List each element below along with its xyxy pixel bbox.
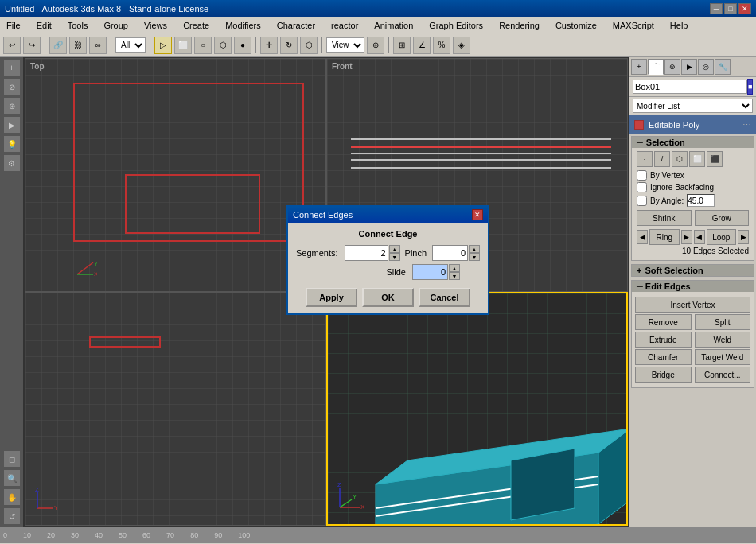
hierarchy-category[interactable]: ⊛ bbox=[664, 59, 680, 75]
utilities-category[interactable]: 🔧 bbox=[715, 59, 731, 75]
connect-button[interactable]: Connect... bbox=[695, 367, 751, 383]
border-mode[interactable]: ⬡ bbox=[672, 151, 688, 167]
menu-maxscript[interactable]: MAXScript bbox=[610, 21, 657, 30]
menu-reactor[interactable]: reactor bbox=[328, 21, 361, 30]
extrude-button[interactable]: Extrude bbox=[635, 332, 692, 348]
by-vertex-check[interactable] bbox=[637, 170, 647, 181]
utilities-tool[interactable]: ⚙ bbox=[3, 154, 21, 172]
weld-button[interactable]: Weld bbox=[695, 332, 751, 348]
segments-up[interactable]: ▲ bbox=[389, 245, 400, 253]
pinch-up[interactable]: ▲ bbox=[469, 245, 480, 253]
soft-selection-header[interactable]: + Soft Selection bbox=[632, 265, 754, 276]
bridge-button[interactable]: Bridge bbox=[635, 367, 692, 383]
select-region-rect[interactable]: ⬜ bbox=[174, 37, 192, 54]
slide-down[interactable]: ▼ bbox=[449, 272, 460, 280]
vertex-mode[interactable]: · bbox=[637, 151, 653, 167]
apply-button[interactable]: Apply bbox=[306, 288, 357, 307]
target-weld-button[interactable]: Target Weld bbox=[695, 349, 751, 365]
menu-animation[interactable]: Animation bbox=[371, 21, 416, 30]
select-region-paint[interactable]: ● bbox=[234, 37, 251, 54]
cancel-button[interactable]: Cancel bbox=[419, 288, 470, 307]
select-button[interactable]: ▷ bbox=[154, 37, 172, 54]
spinner-snap[interactable]: ◈ bbox=[453, 37, 470, 54]
display-tool[interactable]: 💡 bbox=[3, 135, 21, 153]
dialog-close-button[interactable]: ✕ bbox=[472, 209, 483, 220]
view-select[interactable]: View bbox=[326, 37, 364, 53]
minimize-button[interactable]: ─ bbox=[710, 3, 723, 14]
angle-snap[interactable]: ∠ bbox=[413, 37, 431, 54]
unlink-button[interactable]: ⛓ bbox=[69, 37, 87, 54]
rotate-button[interactable]: ↻ bbox=[280, 37, 298, 54]
arc-rotate[interactable]: ↺ bbox=[3, 507, 21, 525]
percent-snap[interactable]: % bbox=[433, 37, 450, 54]
menu-views[interactable]: Views bbox=[141, 21, 170, 30]
object-name-input[interactable] bbox=[633, 80, 747, 94]
menu-character[interactable]: Character bbox=[274, 21, 318, 30]
ignore-backfacing-check[interactable] bbox=[637, 182, 647, 192]
display-category[interactable]: ◎ bbox=[698, 59, 714, 75]
connect-edges-dialog[interactable]: Connect Edges ✕ Connect Edge Segments: ▲… bbox=[286, 205, 489, 315]
pinch-down[interactable]: ▼ bbox=[469, 253, 480, 261]
remove-button[interactable]: Remove bbox=[635, 314, 692, 330]
select-link-button[interactable]: 🔗 bbox=[49, 37, 67, 54]
menu-rendering[interactable]: Rendering bbox=[496, 21, 543, 30]
ring-prev-button[interactable]: ◀ bbox=[637, 230, 648, 244]
ring-button[interactable]: Ring bbox=[649, 229, 680, 245]
menu-tools[interactable]: Tools bbox=[64, 21, 92, 30]
undo-button[interactable]: ↩ bbox=[3, 37, 21, 54]
menu-graph-editors[interactable]: Graph Editors bbox=[426, 21, 486, 30]
move-button[interactable]: ✛ bbox=[260, 37, 278, 54]
menu-file[interactable]: File bbox=[3, 21, 24, 30]
by-angle-value[interactable] bbox=[687, 194, 715, 207]
slide-input[interactable] bbox=[412, 264, 448, 280]
loop-prev-button[interactable]: ◀ bbox=[694, 230, 705, 244]
snap-3d[interactable]: ⊞ bbox=[393, 37, 411, 54]
select-region-circle[interactable]: ○ bbox=[194, 37, 212, 54]
menu-customize[interactable]: Customize bbox=[552, 21, 600, 30]
modifier-options-icon[interactable]: ⋯ bbox=[742, 120, 751, 130]
close-button[interactable]: ✕ bbox=[738, 3, 751, 14]
menu-edit[interactable]: Edit bbox=[33, 21, 55, 30]
filter-select[interactable]: All bbox=[115, 37, 146, 53]
segments-input[interactable] bbox=[345, 245, 388, 261]
pinch-input[interactable] bbox=[432, 245, 468, 261]
redo-button[interactable]: ↪ bbox=[23, 37, 41, 54]
modifier-list-select[interactable]: Modifier List bbox=[633, 99, 753, 113]
ok-button[interactable]: OK bbox=[362, 288, 414, 307]
modify-category[interactable]: ⌒ bbox=[648, 59, 664, 75]
scale-button[interactable]: ⬡ bbox=[300, 37, 318, 54]
modify-tool[interactable]: ⊘ bbox=[3, 78, 21, 95]
bind-button[interactable]: ∞ bbox=[89, 37, 107, 54]
hierarchy-tool[interactable]: ⊛ bbox=[3, 97, 21, 115]
grow-button[interactable]: Grow bbox=[695, 210, 750, 226]
segments-down[interactable]: ▼ bbox=[389, 253, 400, 261]
use-pivot[interactable]: ⊕ bbox=[367, 37, 384, 54]
loop-button[interactable]: Loop bbox=[707, 229, 737, 245]
poly-mode[interactable]: ⬜ bbox=[689, 151, 705, 167]
zoom-tool[interactable]: 🔍 bbox=[3, 469, 21, 487]
viewport-top[interactable]: Top XY TechTut.com bbox=[25, 58, 326, 292]
chamfer-button[interactable]: Chamfer bbox=[635, 349, 692, 365]
menu-group[interactable]: Group bbox=[100, 21, 131, 30]
edit-edges-header[interactable]: ─ Edit Edges bbox=[632, 281, 754, 292]
select-all[interactable]: ◻ bbox=[3, 450, 21, 468]
menu-modifiers[interactable]: Modifiers bbox=[222, 21, 264, 30]
insert-vertex-button[interactable]: Insert Vertex bbox=[635, 297, 750, 313]
ring-next-button[interactable]: ▶ bbox=[681, 230, 692, 244]
by-angle-check[interactable] bbox=[637, 196, 647, 206]
maximize-button[interactable]: □ bbox=[724, 3, 737, 14]
color-swatch[interactable]: ■ bbox=[747, 79, 753, 95]
split-button[interactable]: Split bbox=[695, 314, 751, 330]
edge-mode[interactable]: / bbox=[654, 151, 670, 167]
viewport-left[interactable]: YZ bbox=[25, 292, 326, 526]
selection-header[interactable]: ─ Selection bbox=[632, 137, 754, 148]
menu-create[interactable]: Create bbox=[180, 21, 212, 30]
pan-tool[interactable]: ✋ bbox=[3, 488, 21, 506]
create-tool[interactable]: + bbox=[3, 59, 21, 76]
loop-next-button[interactable]: ▶ bbox=[738, 230, 749, 244]
viewport-perspective[interactable]: XZY bbox=[326, 292, 628, 526]
select-region-lasso[interactable]: ⬡ bbox=[214, 37, 232, 54]
element-mode[interactable]: ⬛ bbox=[707, 151, 723, 167]
create-category[interactable]: + bbox=[631, 59, 647, 75]
shrink-button[interactable]: Shrink bbox=[637, 210, 692, 226]
